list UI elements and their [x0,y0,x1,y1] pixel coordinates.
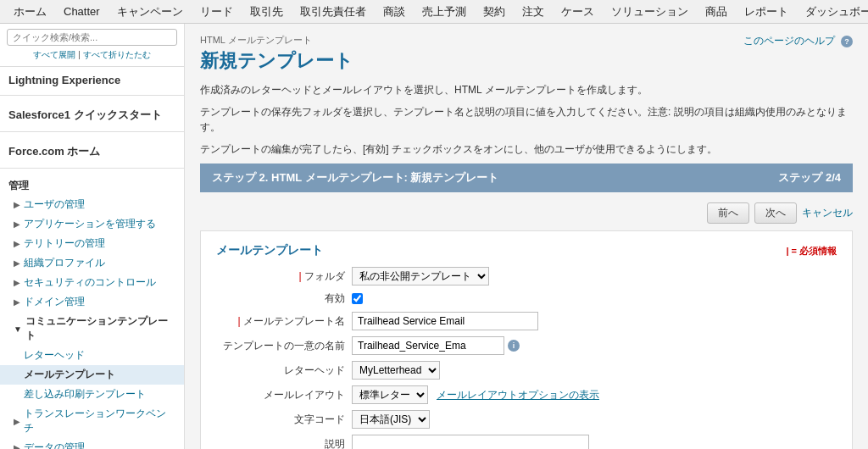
collapse-all-link[interactable]: すべて折りたたむ [83,50,151,59]
nav-product[interactable]: 商品 [697,0,736,24]
required-legend: | = 必須情報 [786,245,837,258]
page-desc2: テンプレートの保存先フォルダを選択し、テンプレート名と説明の項目に値を入力してく… [200,104,853,135]
nav-order[interactable]: 注文 [514,0,553,24]
next-button-top[interactable]: 次へ [754,202,797,224]
template-name-input[interactable] [352,312,538,330]
cancel-button-top[interactable]: キャンセル [802,202,853,224]
arrow-icon: ▶ [14,297,20,307]
sidebar-kanri: 管理 [0,174,184,195]
help-icon[interactable]: ? [841,36,853,47]
expand-all-link[interactable]: すべて展開 [33,50,75,59]
sidebar-item-domain[interactable]: ▶ ドメイン管理 [0,292,184,312]
main-layout: すべて展開 | すべて折りたたむ Lightning Experience Sa… [0,24,868,449]
nav-contract[interactable]: 契約 [475,0,514,24]
arrow-icon: ▼ [14,324,22,334]
folder-label: フォルダ [216,269,352,284]
page-title: 新規テンプレート [200,48,853,74]
nav-campaign[interactable]: キャンペーン [108,0,192,24]
sidebar-salesforce1[interactable]: Salesforce1 クイックスタート [0,101,184,126]
unique-info-icon[interactable]: i [508,340,520,352]
active-checkbox[interactable] [352,293,363,304]
sidebar: すべて展開 | すべて折りたたむ Lightning Experience Sa… [0,24,185,449]
sidebar-item-letterhead[interactable]: レターヘッド [0,346,184,365]
page-desc3: テンプレートの編集が完了したら、[有効] チェックボックスをオンにし、他のユーザ… [200,141,853,157]
mail-layout-label: メールレイアウト [216,388,352,402]
sidebar-item-orgprofile[interactable]: ▶ 組織プロファイル [0,253,184,273]
nav-contact[interactable]: 取引先責任者 [292,0,375,24]
sidebar-lightning-experience[interactable]: Lightning Experience [0,67,184,90]
step-banner: ステップ 2. HTML メールテンプレート: 新規テンプレート ステップ 2/… [200,164,853,192]
nav-dashboard[interactable]: ダッシュボード [797,0,868,24]
divider-3 [0,168,184,169]
nav-buttons-top: 前へ 次へ キャンセル [200,202,853,224]
sidebar-item-apps[interactable]: ▶ アプリケーションを管理する [0,214,184,234]
top-navigation: ホーム Chatter キャンペーン リード 取引先 取引先責任者 商談 売上予… [0,0,868,24]
description-label: 説明 [216,437,352,450]
active-label: 有効 [216,291,352,306]
letterhead-control: MyLetterhead [352,361,640,380]
main-content: このページのヘルプ ? HTML メールテンプレート 新規テンプレート 作成済み… [185,24,868,449]
sidebar-item-data[interactable]: ▶ データの管理 [0,438,184,449]
step-counter: ステップ 2/4 [778,170,841,186]
template-unique-control: i [352,336,640,355]
page-desc1: 作成済みのレターヘッドとメールレイアウトを選択し、HTML メールテンプレートを… [200,82,853,97]
main-inner: このページのヘルプ ? HTML メールテンプレート 新規テンプレート 作成済み… [185,24,868,449]
arrow-icon: ▶ [14,219,20,229]
template-unique-input[interactable] [352,336,504,355]
sidebar-forcecom[interactable]: Force.com ホーム [0,137,184,163]
letterhead-select[interactable]: MyLetterhead [352,361,440,380]
sidebar-item-mail-template[interactable]: メールテンプレート [0,365,184,385]
sidebar-search-links: すべて展開 | すべて折りたたむ [7,49,177,61]
encoding-row: 文字コード 日本語(JIS) [216,410,837,429]
letterhead-row: レターヘッド MyLetterhead [216,361,837,380]
encoding-control: 日本語(JIS) [352,410,640,429]
template-unique-label: テンプレートの一意の名前 [216,339,352,353]
template-name-row: メールテンプレート名 [216,312,837,330]
arrow-icon: ▶ [14,200,20,209]
sidebar-search-area: すべて展開 | すべて折りたたむ [0,24,184,67]
search-input[interactable] [7,29,177,46]
nav-opportunity[interactable]: 商談 [375,0,414,24]
nav-case[interactable]: ケース [553,0,603,24]
folder-row: フォルダ 私の非公開テンプレート [216,267,837,285]
arrow-icon: ▶ [14,239,20,248]
template-name-label: メールテンプレート名 [216,314,352,329]
mail-layout-row: メールレイアウト 標準レター メールレイアウトオプションの表示 [216,385,837,404]
template-unique-row: テンプレートの一意の名前 i [216,336,837,355]
encoding-label: 文字コード [216,413,352,427]
nav-chatter[interactable]: Chatter [55,0,108,24]
form-section: メールテンプレート | = 必須情報 フォルダ 私の非公開テンプレート [200,230,853,449]
arrow-icon: ▶ [14,417,20,426]
divider-1 [0,95,184,96]
nav-solution[interactable]: ソリューション [603,0,697,24]
arrow-icon: ▶ [14,258,20,268]
letterhead-label: レターヘッド [216,363,352,378]
active-control [352,293,640,304]
step-banner-label: ステップ 2. HTML メールテンプレート: 新規テンプレート [212,170,498,186]
folder-select[interactable]: 私の非公開テンプレート [352,267,489,285]
encoding-select[interactable]: 日本語(JIS) [352,410,430,429]
sidebar-item-territory[interactable]: ▶ テリトリーの管理 [0,234,184,253]
nav-lead[interactable]: リード [192,0,242,24]
mail-layout-options-link[interactable]: メールレイアウトオプションの表示 [437,388,599,402]
sidebar-item-translation[interactable]: ▶ トランスレーションワークベンチ [0,404,184,438]
description-row: 説明 [216,435,837,449]
nav-account[interactable]: 取引先 [242,0,292,24]
divider-2 [0,131,184,132]
sidebar-item-security[interactable]: ▶ セキュリティのコントロール [0,273,184,292]
active-row: 有効 [216,291,837,306]
nav-report[interactable]: レポート [736,0,797,24]
help-link[interactable]: このページのヘルプ ? [743,34,853,48]
sidebar-item-users[interactable]: ▶ ユーザの管理 [0,195,184,214]
form-section-title: メールテンプレート | = 必須情報 [216,243,837,258]
arrow-icon: ▶ [14,278,20,287]
nav-forecast[interactable]: 売上予測 [414,0,475,24]
mail-layout-select[interactable]: 標準レター [352,385,428,404]
sidebar-item-print-template[interactable]: 差し込み印刷テンプレート [0,385,184,404]
arrow-icon: ▶ [14,443,20,449]
description-input[interactable] [352,435,589,449]
prev-button-top[interactable]: 前へ [707,202,749,224]
folder-control: 私の非公開テンプレート [352,267,640,285]
sidebar-item-communications[interactable]: ▼ コミュニケーションテンプレート [0,312,184,346]
nav-home[interactable]: ホーム [5,0,55,24]
